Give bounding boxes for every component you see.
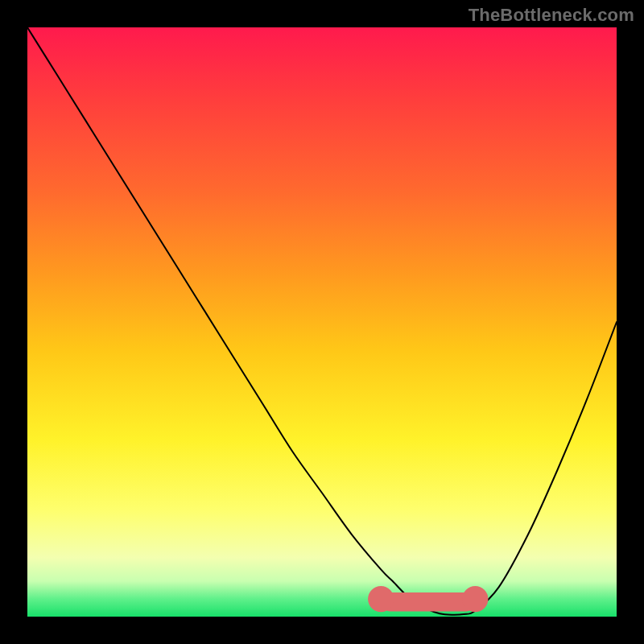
plot-area <box>27 27 617 617</box>
optimal-range-cap-left <box>368 586 394 612</box>
optimal-range-cap-right <box>462 586 488 612</box>
chart-frame: TheBottleneck.com <box>0 0 644 644</box>
chart-svg <box>27 27 617 617</box>
watermark-text: TheBottleneck.com <box>469 5 634 26</box>
optimal-range-bar <box>381 592 475 611</box>
bottleneck-curve <box>27 27 617 615</box>
optimal-range-band <box>368 586 488 612</box>
